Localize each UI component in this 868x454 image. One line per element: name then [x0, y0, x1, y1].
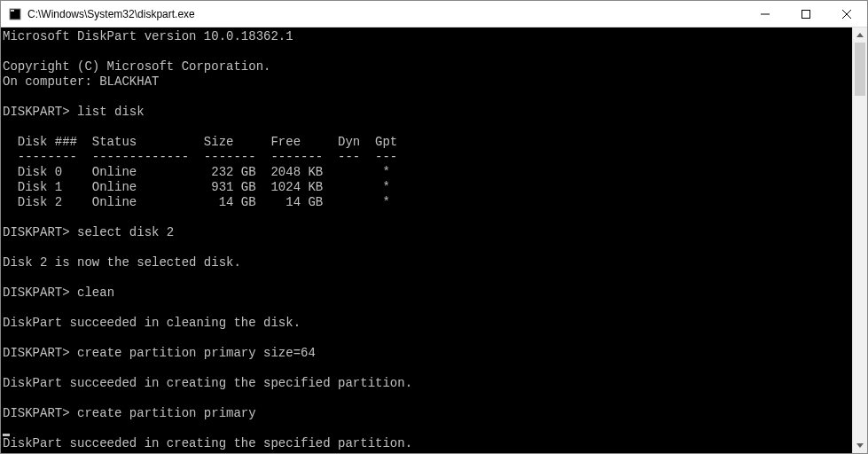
prompt: DISKPART> — [3, 406, 70, 420]
command-create-partition-1: create partition primary size=64 — [77, 346, 316, 360]
version-line: Microsoft DiskPart version 10.0.18362.1 — [3, 29, 293, 43]
table-row: Disk 1 Online 931 GB 1024 KB * — [3, 180, 390, 194]
console-area: Microsoft DiskPart version 10.0.18362.1 … — [1, 27, 867, 453]
scroll-up-arrow[interactable] — [853, 27, 867, 43]
console-output[interactable]: Microsoft DiskPart version 10.0.18362.1 … — [1, 27, 852, 453]
svg-marker-6 — [856, 33, 864, 37]
msg-selected: Disk 2 is now the selected disk. — [3, 255, 241, 270]
vertical-scrollbar[interactable] — [852, 27, 867, 453]
command-list-disk: list disk — [77, 105, 145, 119]
svg-rect-1 — [11, 10, 14, 12]
minimize-button[interactable] — [745, 1, 786, 27]
prompt: DISKPART> — [3, 225, 70, 239]
table-row: Disk 0 Online 232 GB 2048 KB * — [3, 165, 390, 179]
window-title: C:\Windows\System32\diskpart.exe — [27, 1, 745, 27]
msg-clean: DiskPart succeeded in cleaning the disk. — [3, 316, 301, 330]
scroll-thumb[interactable] — [855, 43, 865, 96]
msg-create-1: DiskPart succeeded in creating the speci… — [3, 376, 412, 390]
scroll-down-arrow[interactable] — [853, 438, 867, 453]
copyright-line: Copyright (C) Microsoft Corporation. — [3, 59, 270, 74]
command-create-partition-2: create partition primary — [77, 406, 256, 420]
table-row: Disk 2 Online 14 GB 14 GB * — [3, 195, 390, 209]
titlebar[interactable]: C:\Windows\System32\diskpart.exe — [1, 1, 867, 27]
prompt: DISKPART> — [3, 105, 70, 119]
prompt: DISKPART> — [3, 346, 70, 360]
table-divider: -------- ------------- ------- ------- -… — [3, 150, 397, 164]
close-button[interactable] — [826, 1, 867, 27]
app-icon — [8, 7, 22, 21]
computer-line: On computer: BLACKHAT — [3, 74, 159, 89]
svg-marker-7 — [856, 443, 864, 448]
maximize-button[interactable] — [786, 1, 826, 27]
command-clean: clean — [77, 286, 114, 300]
window-buttons — [745, 1, 867, 27]
command-select-disk: select disk 2 — [77, 225, 174, 239]
msg-create-2: DiskPart succeeded in creating the speci… — [3, 436, 412, 450]
svg-rect-3 — [802, 10, 810, 18]
table-header: Disk ### Status Size Free Dyn Gpt — [3, 135, 397, 149]
prompt: DISKPART> — [3, 286, 70, 300]
